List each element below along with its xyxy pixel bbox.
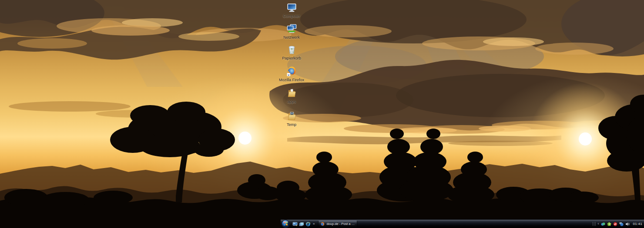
- switch-windows-icon[interactable]: [299, 221, 304, 227]
- desktop-icon-firefox[interactable]: Mozilla Firefox: [275, 66, 308, 82]
- wallpaper-image: [0, 0, 644, 228]
- desktop-icon-temp-folder[interactable]: Temp: [275, 110, 308, 127]
- antivirus-icon[interactable]: [613, 222, 617, 226]
- network-icon: [286, 23, 298, 35]
- firefox-icon: [286, 66, 298, 77]
- desktop-icon-label: Netzwerk: [275, 35, 308, 40]
- start-button[interactable]: [282, 220, 290, 228]
- taskbar: » doup.de - Post a rep... ‹: [281, 219, 644, 228]
- internet-explorer-icon[interactable]: [305, 221, 311, 227]
- tray-expand-chevron[interactable]: ‹: [597, 222, 599, 226]
- desktop-icon-label: Mozilla Firefox: [275, 78, 308, 82]
- clock[interactable]: 01:41: [633, 222, 642, 226]
- desktop-icon-computer[interactable]: Computer: [275, 2, 308, 18]
- quick-launch-bar: »: [292, 221, 315, 227]
- firefox-icon: [320, 222, 325, 226]
- network-status-icon[interactable]: [619, 222, 624, 226]
- folder-icon: [286, 87, 298, 99]
- desktop-icon-recycle-bin[interactable]: Papierkorb: [275, 44, 308, 60]
- desktop-icon-apps-folder[interactable]: apps: [275, 87, 308, 104]
- desktop-icon-label: Temp: [275, 122, 308, 127]
- taskbar-grip[interactable]: [593, 222, 596, 226]
- show-desktop-icon[interactable]: [292, 221, 298, 227]
- task-button-firefox[interactable]: doup.de - Post a rep...: [318, 221, 357, 227]
- desktop-icon-label: Computer: [275, 14, 308, 18]
- computer-icon: [286, 2, 298, 13]
- volume-icon[interactable]: [625, 222, 630, 226]
- folder-pictures-icon: [286, 110, 298, 122]
- system-tray: ‹ 01:41: [593, 222, 644, 226]
- task-button-title: doup.de - Post a rep...: [326, 222, 355, 226]
- recycle-bin-icon: [286, 44, 298, 56]
- desktop-icon-network[interactable]: Netzwerk: [275, 23, 308, 40]
- desktop-icon-label: apps: [275, 99, 308, 104]
- desktop-icon-label: Papierkorb: [275, 56, 308, 60]
- quick-launch-overflow-chevron[interactable]: »: [313, 222, 315, 226]
- icq-icon[interactable]: [607, 222, 611, 226]
- desktop: Computer Netzwerk Papierkorb: [0, 0, 644, 228]
- messenger-icon[interactable]: [601, 222, 605, 226]
